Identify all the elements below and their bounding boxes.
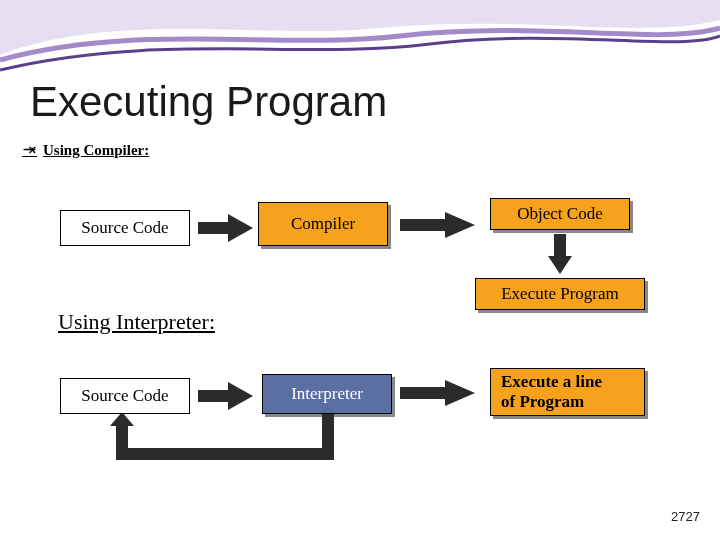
- box-source-code-1: Source Code: [60, 210, 190, 246]
- svg-marker-0: [198, 214, 253, 242]
- svg-marker-4: [400, 380, 475, 406]
- loop-back-arrow-icon: [110, 414, 380, 476]
- bullet-icon: 🝐: [22, 142, 37, 159]
- box-object-code: Object Code: [490, 198, 630, 230]
- svg-rect-6: [116, 448, 334, 460]
- slide: Executing Program 🝐 Using Compiler: Sour…: [0, 0, 720, 540]
- page-number: 2727: [671, 509, 700, 524]
- box-source-code-2: Source Code: [60, 378, 190, 414]
- slide-title: Executing Program: [30, 78, 387, 126]
- section-heading-interpreter: Using Interpreter:: [58, 309, 215, 335]
- svg-marker-2: [548, 234, 572, 274]
- arrow-right-icon: [198, 380, 253, 412]
- arrow-right-icon: [400, 378, 475, 408]
- svg-rect-7: [116, 422, 128, 454]
- arrow-right-icon: [400, 210, 475, 240]
- svg-marker-3: [198, 382, 253, 410]
- arrow-right-icon: [198, 212, 253, 244]
- box-execute-program: Execute Program: [475, 278, 645, 310]
- svg-marker-8: [110, 414, 134, 426]
- decorative-swoosh: [0, 0, 720, 80]
- svg-marker-1: [400, 212, 475, 238]
- section-heading-compiler-text: Using Compiler:: [43, 142, 149, 159]
- box-interpreter: Interpreter: [262, 374, 392, 414]
- arrow-down-icon: [548, 234, 572, 274]
- box-compiler: Compiler: [258, 202, 388, 246]
- section-heading-compiler: 🝐 Using Compiler:: [22, 142, 149, 159]
- box-execute-line: Execute a line of Program: [490, 368, 645, 416]
